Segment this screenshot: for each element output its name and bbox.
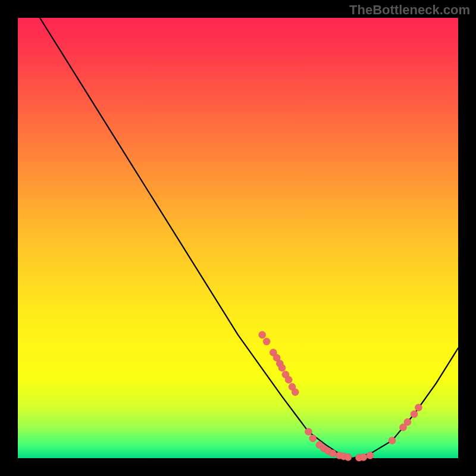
data-point (309, 435, 317, 442)
data-point (345, 454, 352, 461)
bottleneck-curve (40, 18, 458, 458)
attribution-label: TheBottleneck.com (349, 2, 470, 18)
data-point (263, 338, 270, 345)
data-point (329, 450, 336, 457)
data-markers (259, 331, 422, 461)
data-point (415, 404, 422, 411)
data-point (360, 454, 367, 461)
chart-overlay (18, 18, 458, 458)
data-point (259, 331, 266, 339)
data-point (367, 452, 374, 459)
data-point (278, 364, 286, 371)
chart-frame: TheBottleneck.com (0, 0, 476, 476)
data-point (389, 437, 396, 444)
data-point (285, 376, 292, 383)
data-point (404, 418, 411, 425)
data-point (411, 411, 418, 418)
data-point (292, 389, 299, 396)
data-point (305, 428, 312, 436)
